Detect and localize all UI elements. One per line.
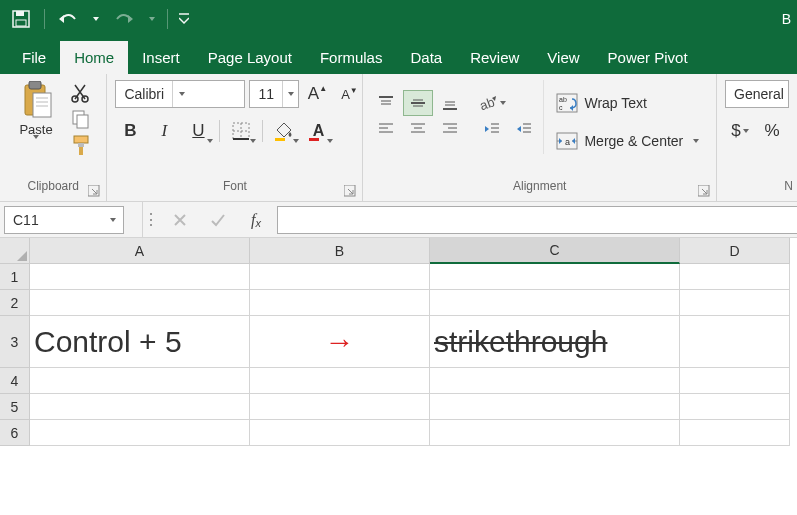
tab-file[interactable]: File [8,41,60,74]
cell-C2[interactable] [430,290,680,316]
tab-page-layout[interactable]: Page Layout [194,41,306,74]
cell-A6[interactable] [30,420,250,446]
name-box-dropdown[interactable] [103,218,123,222]
undo-dropdown[interactable] [89,4,103,34]
tab-power-pivot[interactable]: Power Pivot [594,41,702,74]
cell-A1[interactable] [30,264,250,290]
bold-button[interactable]: B [115,118,145,144]
format-painter-button[interactable] [68,134,94,156]
cell-C3[interactable]: strikethrough [430,316,680,368]
save-icon[interactable] [6,4,36,34]
tab-view[interactable]: View [533,41,593,74]
cell-A3[interactable]: Control + 5 [30,316,250,368]
font-size-value: 11 [250,86,282,102]
fill-color-button[interactable] [269,118,299,144]
svg-rect-15 [78,143,84,147]
cell-D5[interactable] [680,394,790,420]
svg-rect-2 [16,20,26,26]
clipboard-launcher[interactable] [88,185,100,197]
svg-text:ab: ab [559,96,567,103]
cut-button[interactable] [68,82,94,104]
tab-formulas[interactable]: Formulas [306,41,397,74]
cell-A2[interactable] [30,290,250,316]
cell-B5[interactable] [250,394,430,420]
row-header-6[interactable]: 6 [0,420,30,446]
font-name-dropdown[interactable] [172,81,190,107]
group-label-clipboard: Clipboard [0,179,106,201]
row-header-2[interactable]: 2 [0,290,30,316]
tab-data[interactable]: Data [396,41,456,74]
decrease-indent-button[interactable] [477,116,507,142]
tab-review[interactable]: Review [456,41,533,74]
align-top-button[interactable] [371,90,401,116]
cell-C1[interactable] [430,264,680,290]
spreadsheet-grid: ABCD 123456 Control + 5→strikethrough [0,238,797,446]
merge-center-label: Merge & Center [584,133,683,149]
row-header-1[interactable]: 1 [0,264,30,290]
align-left-button[interactable] [371,116,401,142]
align-middle-button[interactable] [403,90,433,116]
insert-function-button[interactable]: fx [239,206,273,234]
increase-indent-button[interactable] [509,116,539,142]
tab-insert[interactable]: Insert [128,41,194,74]
cell-C6[interactable] [430,420,680,446]
number-format-combo[interactable]: General [725,80,789,108]
svg-text:ab: ab [478,94,496,112]
alignment-launcher[interactable] [698,185,710,197]
cell-A5[interactable] [30,394,250,420]
align-bottom-button[interactable] [435,90,465,116]
cell-B3[interactable]: → [250,316,430,368]
title-bar: B [0,0,797,38]
cell-B2[interactable] [250,290,430,316]
font-launcher[interactable] [344,185,356,197]
row-header-5[interactable]: 5 [0,394,30,420]
paste-dropdown[interactable] [33,135,39,139]
increase-font-size-button[interactable]: A▲ [303,80,331,108]
cell-D2[interactable] [680,290,790,316]
paste-button[interactable]: Paste [8,80,64,139]
font-name-combo[interactable]: Calibri [115,80,245,108]
cell-D1[interactable] [680,264,790,290]
orientation-button[interactable]: ab [477,90,507,116]
select-all-corner[interactable] [0,238,30,264]
cell-B1[interactable] [250,264,430,290]
column-header-B[interactable]: B [250,238,430,264]
cell-D6[interactable] [680,420,790,446]
redo-button [109,4,139,34]
row-header-4[interactable]: 4 [0,368,30,394]
decrease-font-size-button[interactable]: A▼ [335,80,363,108]
tab-home[interactable]: Home [60,41,128,74]
svg-rect-1 [16,11,24,16]
undo-button[interactable] [53,4,83,34]
column-header-C[interactable]: C [430,238,680,264]
align-right-button[interactable] [435,116,465,142]
percent-format-button[interactable]: % [757,118,787,144]
name-box[interactable]: C11 [4,206,124,234]
cell-C4[interactable] [430,368,680,394]
column-header-A[interactable]: A [30,238,250,264]
cell-D3[interactable] [680,316,790,368]
underline-button[interactable]: U [183,118,213,144]
cell-D4[interactable] [680,368,790,394]
row-header-3[interactable]: 3 [0,316,30,368]
font-size-combo[interactable]: 11 [249,80,299,108]
cell-B4[interactable] [250,368,430,394]
qat-customize[interactable] [176,4,192,34]
italic-button[interactable]: I [149,118,179,144]
cell-A4[interactable] [30,368,250,394]
ribbon-tabs: File Home Insert Page Layout Formulas Da… [0,38,797,74]
align-center-button[interactable] [403,116,433,142]
copy-button[interactable] [68,108,94,130]
formula-bar-grip[interactable]: ⋮ [143,210,159,229]
group-font: Calibri 11 A▲ A▼ B I U [107,74,363,201]
font-color-button[interactable]: A [303,118,333,144]
cell-C5[interactable] [430,394,680,420]
column-header-D[interactable]: D [680,238,790,264]
borders-button[interactable] [226,118,256,144]
cell-B6[interactable] [250,420,430,446]
accounting-format-button[interactable]: $ [725,118,755,144]
wrap-text-button[interactable]: abc Wrap Text [552,90,703,116]
font-size-dropdown[interactable] [282,81,298,107]
formula-bar-input[interactable] [277,206,797,234]
merge-center-button[interactable]: a Merge & Center [552,128,703,154]
